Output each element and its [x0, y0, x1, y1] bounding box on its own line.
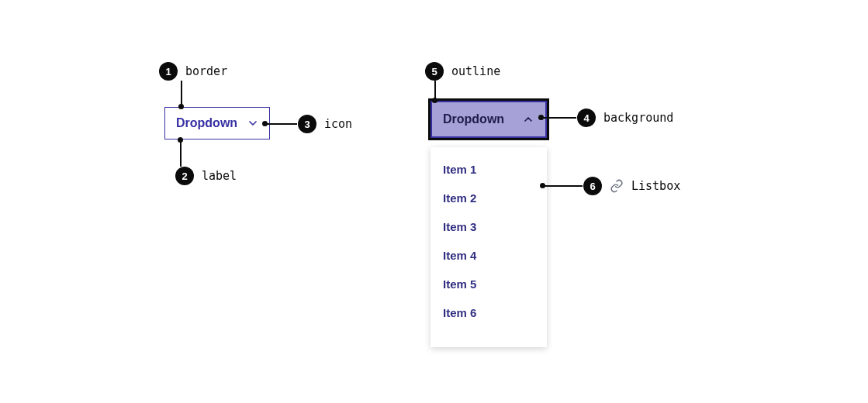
dropdown-open-group: Dropdown Item 1 Item 2 Item 3 Item 4 Ite… — [431, 101, 547, 347]
link-icon — [610, 179, 624, 193]
annotation-1: 1 border — [159, 62, 227, 81]
annotation-number: 3 — [298, 115, 316, 133]
annotation-line — [545, 185, 583, 187]
annotation-number: 1 — [159, 62, 178, 81]
annotation-line — [434, 81, 436, 99]
annotation-text: border — [185, 64, 227, 78]
annotation-dot — [538, 115, 544, 120]
list-item[interactable]: Item 2 — [431, 184, 547, 212]
annotation-dot — [178, 104, 184, 109]
dropdown-label: Dropdown — [176, 116, 237, 130]
annotation-dot — [178, 137, 183, 143]
annotation-3: 3 icon — [298, 115, 352, 133]
annotation-text: icon — [324, 117, 352, 131]
annotation-number: 5 — [425, 62, 444, 81]
dropdown-label: Dropdown — [443, 112, 504, 126]
listbox[interactable]: Item 1 Item 2 Item 3 Item 4 Item 5 Item … — [431, 147, 547, 347]
dropdown-closed[interactable]: Dropdown — [164, 107, 270, 140]
annotation-text: Listbox — [631, 179, 680, 193]
list-item[interactable]: Item 5 — [431, 270, 547, 298]
annotation-text: outline — [451, 64, 500, 78]
annotation-number: 4 — [577, 108, 596, 127]
list-item[interactable]: Item 1 — [431, 155, 547, 184]
annotation-line — [181, 81, 182, 105]
annotation-5: 5 outline — [425, 62, 500, 81]
annotation-dot — [432, 98, 437, 103]
chevron-down-icon — [247, 117, 259, 129]
annotation-2: 2 label — [175, 167, 237, 185]
annotation-6: 6 Listbox — [583, 177, 680, 195]
dropdown-open[interactable]: Dropdown — [431, 101, 547, 138]
annotation-number: 6 — [583, 177, 602, 195]
list-item[interactable]: Item 6 — [431, 298, 547, 327]
annotation-number: 2 — [175, 167, 194, 185]
list-item[interactable]: Item 3 — [431, 212, 547, 241]
annotation-dot — [540, 183, 545, 188]
annotation-text: label — [202, 169, 237, 183]
annotation-line — [180, 140, 182, 167]
annotation-line — [543, 117, 576, 119]
annotation-4: 4 background — [577, 108, 673, 127]
annotation-text: background — [603, 111, 673, 125]
list-item[interactable]: Item 4 — [431, 241, 547, 270]
annotation-dot — [262, 121, 268, 126]
annotation-line — [266, 123, 297, 125]
chevron-up-icon — [522, 113, 534, 126]
